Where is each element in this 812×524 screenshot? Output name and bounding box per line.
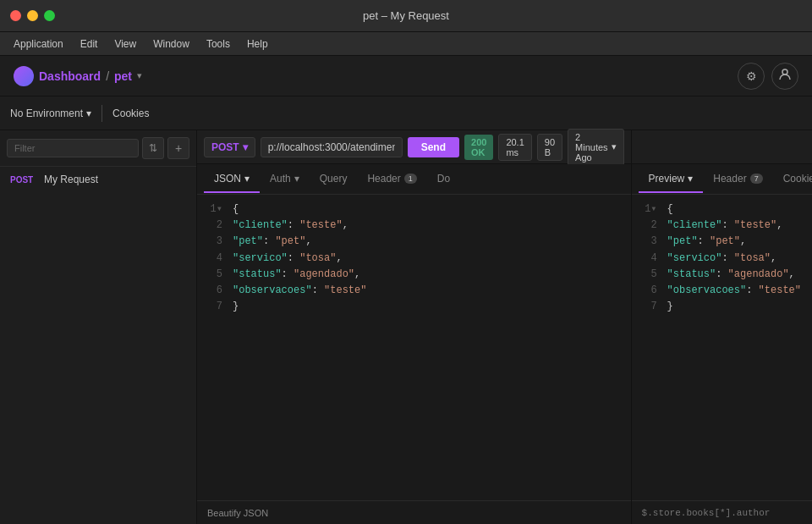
- beautify-button[interactable]: Beautify JSON: [207, 508, 268, 518]
- titlebar: pet – My Request: [0, 0, 812, 32]
- request-panel: POST ▾ Send 200 OK 20.1 ms 90 B 2 Minute…: [197, 130, 632, 524]
- divider: [102, 105, 102, 122]
- method-chevron-icon: ▾: [243, 141, 248, 153]
- account-icon: [778, 68, 792, 84]
- settings-button[interactable]: ⚙: [738, 63, 765, 90]
- header-bar: Dashboard / pet ▾ ⚙: [0, 56, 812, 97]
- gear-icon: ⚙: [746, 69, 757, 83]
- resp-code-line-7: 7 }: [642, 299, 812, 315]
- avatar: [14, 66, 34, 86]
- breadcrumb: Dashboard / pet ▾: [14, 66, 142, 86]
- tab-preview[interactable]: Preview ▾: [639, 166, 704, 193]
- chevron-down-icon[interactable]: ▾: [137, 70, 142, 81]
- method-dropdown[interactable]: POST ▾: [204, 137, 255, 157]
- environment-bar: No Environment ▾ Cookies: [0, 97, 812, 130]
- resp-code-line-6: 6 "observacoes": "teste": [642, 283, 812, 299]
- response-header-badge: 7: [750, 174, 763, 184]
- menu-application[interactable]: Application: [7, 36, 70, 52]
- response-tabs: Preview ▾ Header 7 Cookie Timeline: [632, 164, 812, 195]
- request-name: My Request: [44, 174, 98, 185]
- resp-code-line-1: 1▾ {: [642, 201, 812, 218]
- code-line-1: 1▾ {: [207, 201, 621, 218]
- code-line-6: 6 "observacoes": "teste": [207, 283, 621, 299]
- sort-icon: ⇅: [149, 142, 157, 154]
- sidebar-item-my-request[interactable]: POST My Request: [0, 167, 196, 192]
- tab-do[interactable]: Do: [427, 166, 460, 193]
- environment-dropdown[interactable]: No Environment ▾: [10, 108, 91, 119]
- env-chevron-icon: ▾: [86, 108, 91, 119]
- svg-point-0: [782, 69, 787, 74]
- menu-help[interactable]: Help: [240, 36, 275, 52]
- breadcrumb-separator: /: [106, 69, 109, 83]
- resp-code-line-2: 2 "cliente": "teste",: [642, 218, 812, 234]
- timestamp-chevron-icon: ▾: [612, 141, 617, 152]
- header-badge: 1: [404, 174, 417, 184]
- tab-cookie[interactable]: Cookie: [773, 166, 812, 193]
- menu-window[interactable]: Window: [146, 36, 196, 52]
- window-controls: [10, 10, 55, 21]
- cookies-button[interactable]: Cookies: [112, 108, 149, 119]
- code-line-5: 5 "status": "agendado",: [207, 267, 621, 283]
- tab-query[interactable]: Query: [310, 166, 358, 193]
- url-bar: POST ▾ Send 200 OK 20.1 ms 90 B 2 Minute…: [197, 130, 631, 164]
- send-button[interactable]: Send: [408, 137, 459, 157]
- response-size-badge: 90 B: [537, 134, 562, 161]
- response-panel: Preview ▾ Header 7 Cookie Timeline 1▾ { …: [632, 130, 812, 524]
- main-layout: ⇅ + POST My Request POST ▾ Send 200 OK 2…: [0, 130, 812, 524]
- plus-icon: +: [175, 141, 182, 155]
- code-line-3: 3 "pet": "pet",: [207, 234, 621, 250]
- sort-button[interactable]: ⇅: [142, 137, 164, 159]
- close-button[interactable]: [10, 10, 21, 21]
- url-input[interactable]: [261, 137, 403, 157]
- response-bottom-bar: ?: [632, 500, 812, 524]
- jsonpath-input[interactable]: [642, 508, 812, 518]
- menu-edit[interactable]: Edit: [74, 36, 105, 52]
- breadcrumb-pet[interactable]: pet: [114, 69, 132, 83]
- account-button[interactable]: [771, 63, 798, 90]
- tab-response-header[interactable]: Header 7: [703, 166, 772, 193]
- response-body: 1▾ { 2 "cliente": "teste", 3 "pet": "pet…: [632, 195, 812, 500]
- code-line-7: 7 }: [207, 299, 621, 315]
- status-badge: 200 OK: [464, 135, 493, 160]
- minimize-button[interactable]: [27, 10, 38, 21]
- maximize-button[interactable]: [44, 10, 55, 21]
- method-label: POST: [211, 141, 239, 153]
- resp-code-line-5: 5 "status": "agendado",: [642, 267, 812, 283]
- timestamp-badge: 2 Minutes Ago ▾: [568, 129, 624, 166]
- response-top: [632, 130, 812, 164]
- tab-auth[interactable]: Auth ▾: [260, 166, 310, 193]
- code-line-2: 2 "cliente": "teste",: [207, 218, 621, 234]
- window-title: pet – My Request: [363, 9, 449, 22]
- request-bottom-bar: Beautify JSON: [197, 500, 631, 524]
- preview-chevron-icon: ▾: [688, 173, 693, 185]
- sidebar-filter-bar: ⇅ +: [0, 130, 196, 167]
- code-line-4: 4 "servico": "tosa",: [207, 251, 621, 267]
- request-tabs: JSON ▾ Auth ▾ Query Header 1 Do: [197, 164, 631, 195]
- breadcrumb-dashboard[interactable]: Dashboard: [39, 69, 101, 83]
- response-time-badge: 20.1 ms: [498, 134, 531, 161]
- menubar: Application Edit View Window Tools Help: [0, 32, 812, 56]
- tab-json-chevron-icon: ▾: [244, 173, 250, 185]
- menu-tools[interactable]: Tools: [200, 36, 237, 52]
- tab-json[interactable]: JSON ▾: [204, 166, 260, 193]
- menu-view[interactable]: View: [107, 36, 143, 52]
- resp-code-line-4: 4 "servico": "tosa",: [642, 251, 812, 267]
- add-request-button[interactable]: +: [167, 137, 189, 159]
- header-icons: ⚙: [738, 63, 798, 90]
- tab-auth-chevron-icon: ▾: [294, 173, 299, 185]
- filter-input[interactable]: [7, 139, 139, 157]
- request-body[interactable]: 1▾ { 2 "cliente": "teste", 3 "pet": "pet…: [197, 195, 631, 500]
- resp-code-line-3: 3 "pet": "pet",: [642, 234, 812, 250]
- environment-label: No Environment: [10, 108, 83, 119]
- tab-header[interactable]: Header 1: [357, 166, 426, 193]
- sidebar: ⇅ + POST My Request: [0, 130, 197, 524]
- method-badge: POST: [10, 175, 37, 185]
